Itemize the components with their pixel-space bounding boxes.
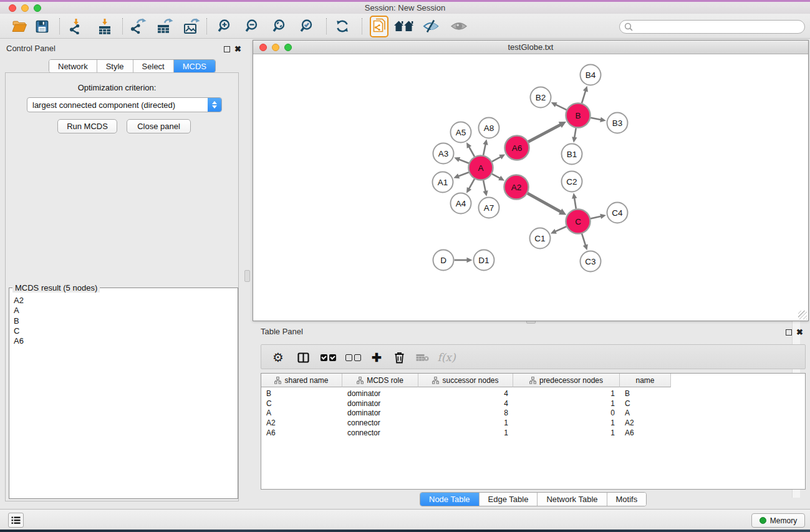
edge-B-B2[interactable] xyxy=(555,104,567,110)
refresh-layout-icon[interactable] xyxy=(332,14,352,39)
split-table-icon[interactable] xyxy=(291,345,315,370)
graph-node-A4[interactable]: A4 xyxy=(451,193,471,214)
export-image-icon[interactable] xyxy=(181,14,201,39)
tab-edge-table[interactable]: Edge Table xyxy=(480,493,538,506)
network-window-titlebar[interactable]: testGlobe.txt xyxy=(253,41,808,54)
edge-A-A1[interactable] xyxy=(458,172,469,177)
edge-A-A8[interactable] xyxy=(483,143,486,155)
column-header-predecessor-nodes[interactable]: predecessor nodes xyxy=(513,374,620,387)
main-titlebar[interactable]: Session: New Session xyxy=(0,2,810,14)
criterion-dropdown[interactable]: largest connected component (directed) xyxy=(27,97,222,112)
graph-node-D1[interactable]: D1 xyxy=(474,250,494,271)
tab-node-table[interactable]: Node Table xyxy=(420,493,480,506)
table-panel-float-icon[interactable] xyxy=(786,328,792,337)
graph-node-C3[interactable]: C3 xyxy=(581,251,601,272)
edge-C-C4[interactable] xyxy=(591,216,602,219)
graph-node-D[interactable]: D xyxy=(433,250,454,271)
resize-grip-icon[interactable] xyxy=(798,311,807,319)
column-header-MCDS-role[interactable]: MCDS role xyxy=(342,374,418,387)
tab-motifs[interactable]: Motifs xyxy=(607,493,647,506)
vertical-splitter-handle[interactable] xyxy=(244,270,250,282)
table-row[interactable]: A6connector11A6 xyxy=(261,428,671,438)
edge-A-A6[interactable] xyxy=(492,157,501,162)
export-network-icon[interactable] xyxy=(128,14,148,39)
hide-panels-eye-slash-icon[interactable] xyxy=(421,14,441,39)
graph-node-B2[interactable]: B2 xyxy=(531,87,551,108)
network-canvas[interactable]: B4B2BB3A8A5A6A3B1AC2A1A2A4A7C4CC1C3DD1 xyxy=(253,54,808,321)
graph-node-C4[interactable]: C4 xyxy=(607,203,628,223)
import-table-icon[interactable] xyxy=(95,14,115,39)
graph-node-A3[interactable]: A3 xyxy=(433,143,454,164)
open-file-icon[interactable] xyxy=(9,14,29,39)
graph-node-A8[interactable]: A8 xyxy=(479,118,499,138)
column-header-successor-nodes[interactable]: successor nodes xyxy=(418,374,513,387)
select-all-checkboxes-icon[interactable] xyxy=(316,345,340,370)
graph-node-A5[interactable]: A5 xyxy=(451,122,471,143)
import-network-icon[interactable] xyxy=(66,14,86,39)
edge-B-B3[interactable] xyxy=(591,118,602,120)
edge-C-C2[interactable] xyxy=(574,197,576,209)
memory-button[interactable]: Memory xyxy=(751,513,805,528)
search-input[interactable] xyxy=(635,21,804,32)
tab-network[interactable]: Network xyxy=(49,60,97,72)
edge-A-A2[interactable] xyxy=(492,174,501,179)
edge-B-B4[interactable] xyxy=(582,90,586,103)
tab-style[interactable]: Style xyxy=(97,60,133,72)
graph-node-A7[interactable]: A7 xyxy=(479,198,499,218)
graph-node-A[interactable]: A xyxy=(469,156,493,180)
edge-A-A5[interactable] xyxy=(468,146,474,157)
graph-node-B1[interactable]: B1 xyxy=(562,144,582,165)
graph-node-A2[interactable]: A2 xyxy=(504,175,529,200)
zoom-fit-icon[interactable] xyxy=(270,14,290,39)
tab-mcds[interactable]: MCDS xyxy=(174,60,215,72)
table-row[interactable]: Cdominator41C xyxy=(261,399,671,409)
graph-node-B3[interactable]: B3 xyxy=(607,113,628,133)
graph-node-B[interactable]: B xyxy=(566,104,591,128)
mcds-result-item[interactable]: A2 xyxy=(14,296,226,306)
edge-A6-B[interactable] xyxy=(528,124,561,142)
deselect-all-checkboxes-icon[interactable] xyxy=(341,345,365,370)
edge-A-A3[interactable] xyxy=(458,159,469,163)
delete-table-icon[interactable] xyxy=(411,345,433,370)
tab-select[interactable]: Select xyxy=(133,60,174,72)
table-row[interactable]: Bdominator41B xyxy=(261,389,671,399)
edge-A-A7[interactable] xyxy=(483,180,486,192)
table-row[interactable]: Adominator80A xyxy=(261,408,671,418)
zoom-selected-icon[interactable] xyxy=(297,14,317,39)
add-column-icon[interactable]: ✚ xyxy=(366,345,387,370)
table-row[interactable]: A2connector11A2 xyxy=(261,418,671,428)
run-mcds-button[interactable]: Run MCDS xyxy=(57,119,117,133)
edge-B-B1[interactable] xyxy=(574,128,576,138)
zoom-out-icon[interactable] xyxy=(243,14,263,39)
column-header-shared-name[interactable]: shared name xyxy=(261,374,342,387)
show-panels-eye-icon[interactable] xyxy=(449,14,469,39)
edge-A2-C[interactable] xyxy=(528,193,561,212)
tab-network-table[interactable]: Network Table xyxy=(538,493,607,506)
graph-node-C[interactable]: C xyxy=(566,210,591,234)
gear-icon[interactable]: ⚙ xyxy=(266,345,290,370)
graph-node-A6[interactable]: A6 xyxy=(505,136,529,160)
export-table-icon[interactable] xyxy=(155,14,175,39)
edge-C-C1[interactable] xyxy=(554,226,566,231)
mcds-result-item[interactable]: B xyxy=(14,316,226,326)
mcds-result-item[interactable]: A6 xyxy=(14,336,226,346)
network-document-icon[interactable] xyxy=(369,14,389,39)
task-history-list-icon[interactable] xyxy=(8,513,24,528)
edge-C-C3[interactable] xyxy=(582,234,586,246)
function-builder-icon[interactable]: f(x) xyxy=(433,345,460,370)
graph-node-C1[interactable]: C1 xyxy=(530,228,551,249)
mcds-result-item[interactable]: C xyxy=(14,326,226,336)
graph-node-C2[interactable]: C2 xyxy=(562,172,582,192)
column-header-name[interactable]: name xyxy=(620,374,671,387)
table-panel-close-icon[interactable]: ✖ xyxy=(796,327,803,337)
delete-column-icon[interactable] xyxy=(388,345,410,370)
home-icon[interactable] xyxy=(393,14,415,39)
search-field[interactable] xyxy=(619,20,805,34)
control-panel-close-icon[interactable]: ✖ xyxy=(234,44,241,54)
mcds-result-item[interactable]: A xyxy=(14,306,226,316)
graph-node-B4[interactable]: B4 xyxy=(581,65,601,85)
mcds-result-list[interactable]: A2ABCA6 xyxy=(9,292,226,498)
control-panel-float-icon[interactable] xyxy=(224,45,230,54)
close-panel-button[interactable]: Close panel xyxy=(127,119,191,133)
save-session-icon[interactable] xyxy=(32,14,52,39)
